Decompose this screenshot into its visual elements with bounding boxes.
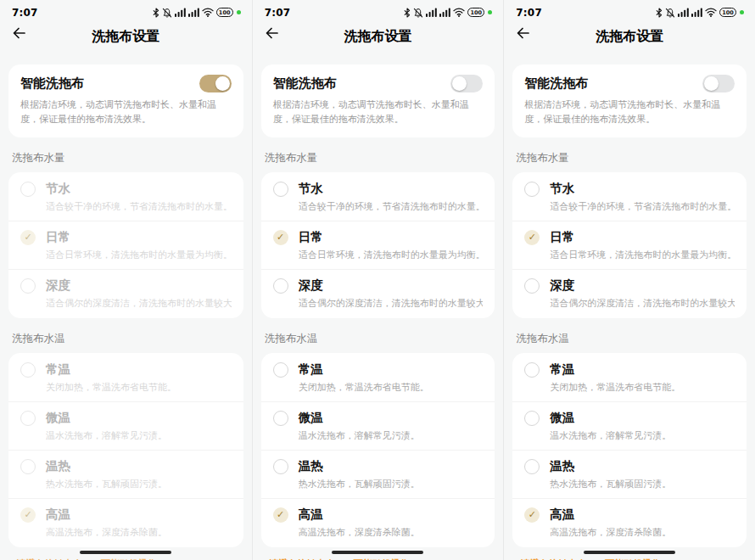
radio-icon[interactable] (524, 182, 540, 197)
back-button[interactable] (11, 25, 28, 45)
battery-icon: 100 (216, 8, 233, 17)
wifi-icon (705, 8, 717, 17)
radio-icon[interactable] (20, 278, 36, 294)
status-bar: 7:07 100 (253, 0, 504, 19)
radio-icon[interactable] (20, 411, 36, 426)
option-description: 适合较干净的环境，节省清洗拖布时的水量。 (46, 200, 232, 213)
option-high-temp[interactable]: ✓高温 高温洗拖布，深度清杀除菌。 (512, 498, 747, 546)
radio-icon[interactable] (524, 362, 540, 378)
option-daily[interactable]: ✓日常 适合日常环境，清洗拖布时的水量最为均衡。 (512, 221, 747, 269)
smart-mop-toggle[interactable] (199, 75, 232, 92)
option-daily[interactable]: ✓日常 适合日常环境，清洗拖布时的水量最为均衡。 (261, 221, 495, 269)
option-warm[interactable]: 温热 热水洗拖布，瓦解顽固污渍。 (261, 450, 495, 498)
radio-icon[interactable] (273, 411, 288, 426)
bell-muted-icon (162, 8, 172, 18)
radio-icon[interactable] (524, 278, 540, 294)
radio-icon[interactable] (273, 362, 288, 378)
radio-icon[interactable] (273, 182, 288, 197)
option-high-temp[interactable]: ✓高温 高温洗拖布，深度清杀除菌。 (261, 498, 495, 546)
settings-content: 智能洗拖布 根据清洁环境，动态调节洗拖布时长、水量和温度，保证最佳的拖布清洗效果… (504, 64, 755, 560)
option-normal-temp[interactable]: 常温 关闭加热，常温洗布省电节能。 (261, 354, 495, 401)
back-arrow-icon (515, 25, 532, 42)
radio-checked-icon[interactable]: ✓ (20, 507, 36, 523)
clock: 7:07 (516, 7, 542, 19)
option-label: 日常 (550, 229, 574, 245)
option-deep[interactable]: 深度 适合偶尔的深度清洁，清洗拖布时的水量较大。 (261, 269, 495, 317)
smart-mop-toggle[interactable] (450, 75, 483, 92)
option-lukewarm[interactable]: 微温 温水洗拖布，溶解常见污渍。 (8, 401, 243, 450)
option-description: 热水洗拖布，瓦解顽固污渍。 (299, 478, 484, 490)
smart-mop-description: 根据清洁环境，动态调节洗拖布时长、水量和温度，保证最佳的拖布清洗效果。 (524, 98, 735, 126)
radio-checked-icon[interactable]: ✓ (524, 230, 540, 245)
option-label: 温热 (550, 458, 574, 474)
option-description: 适合偶尔的深度清洁，清洗拖布时的水量较大。 (550, 297, 735, 310)
option-normal-temp[interactable]: 常温 关闭加热，常温洗布省电节能。 (8, 354, 243, 401)
radio-checked-icon[interactable]: ✓ (20, 230, 36, 245)
smart-mop-toggle[interactable] (702, 75, 735, 92)
option-description: 高温洗拖布，深度清杀除菌。 (46, 526, 232, 539)
option-deep[interactable]: 深度 适合偶尔的深度清洁，清洗拖布时的水量较大。 (8, 269, 243, 317)
smart-mop-card: 智能洗拖布 根据清洁环境，动态调节洗拖布时长、水量和温度，保证最佳的拖布清洗效果… (261, 64, 495, 137)
option-normal-temp[interactable]: 常温 关闭加热，常温洗布省电节能。 (512, 354, 747, 401)
radio-checked-icon[interactable]: ✓ (273, 507, 288, 523)
option-label: 微温 (550, 410, 574, 426)
radio-checked-icon[interactable]: ✓ (273, 230, 288, 245)
option-label: 常温 (46, 361, 70, 378)
option-warm[interactable]: 温热 热水洗拖布，瓦解顽固污渍。 (512, 450, 747, 498)
option-description: 温水洗拖布，溶解常见污渍。 (46, 429, 232, 442)
option-label: 深度 (299, 277, 323, 294)
bell-muted-icon (413, 8, 423, 18)
option-label: 深度 (46, 277, 70, 294)
nav-bar: 洗拖布设置 (0, 21, 252, 53)
back-button[interactable] (515, 25, 532, 45)
toggle-knob (704, 76, 719, 91)
option-description: 高温洗拖布，深度清杀除菌。 (550, 526, 735, 539)
home-indicator[interactable] (80, 551, 171, 554)
option-water-saving[interactable]: 节水 适合较干净的环境，节省清洗拖布时的水量。 (261, 173, 495, 221)
smart-mop-title: 智能洗拖布 (20, 76, 84, 92)
phone-screen: 7:07 100 洗拖布设置 智能洗拖布 (252, 0, 504, 560)
option-description: 关闭加热，常温洗布省电节能。 (299, 381, 484, 394)
section-header-water-temp: 洗拖布水温 (265, 332, 492, 346)
radio-icon[interactable] (20, 459, 36, 474)
radio-icon[interactable] (273, 278, 288, 294)
option-description: 适合日常环境，清洗拖布时的水量最为均衡。 (299, 249, 484, 261)
radio-icon[interactable] (20, 362, 36, 378)
radio-icon[interactable] (524, 459, 540, 474)
option-warm[interactable]: 温热 热水洗拖布，瓦解顽固污渍。 (8, 450, 243, 498)
option-description: 适合较干净的环境，节省清洗拖布时的水量。 (299, 200, 484, 213)
home-indicator[interactable] (584, 551, 675, 554)
option-deep[interactable]: 深度 适合偶尔的深度清洁，清洗拖布时的水量较大。 (512, 269, 747, 317)
water-amount-card: 节水 适合较干净的环境，节省清洗拖布时的水量。 ✓日常 适合日常环境，清洗拖布时… (512, 172, 747, 318)
back-button[interactable] (264, 25, 281, 45)
option-description: 热水洗拖布，瓦解顽固污渍。 (46, 478, 232, 490)
radio-checked-icon[interactable]: ✓ (524, 507, 540, 523)
wifi-icon (453, 8, 465, 17)
radio-icon[interactable] (20, 182, 36, 197)
nav-bar: 洗拖布设置 (504, 21, 755, 53)
option-label: 节水 (46, 181, 70, 197)
smart-mop-card: 智能洗拖布 根据清洁环境，动态调节洗拖布时长、水量和温度，保证最佳的拖布清洗效果… (8, 64, 243, 137)
option-label: 常温 (299, 361, 323, 378)
option-water-saving[interactable]: 节水 适合较干净的环境，节省清洗拖布时的水量。 (512, 173, 747, 221)
option-lukewarm[interactable]: 微温 温水洗拖布，溶解常见污渍。 (512, 401, 747, 450)
home-indicator[interactable] (332, 551, 423, 554)
clock: 7:07 (12, 7, 38, 19)
option-high-temp[interactable]: ✓高温 高温洗拖布，深度清杀除菌。 (8, 498, 243, 546)
option-label: 常温 (550, 361, 574, 378)
option-water-saving[interactable]: 节水 适合较干净的环境，节省清洗拖布时的水量。 (8, 173, 243, 221)
toggle-knob (452, 76, 467, 91)
section-header-water-temp: 洗拖布水温 (516, 332, 743, 346)
option-lukewarm[interactable]: 微温 温水洗拖布，溶解常见污渍。 (261, 401, 495, 450)
radio-icon[interactable] (524, 411, 540, 426)
signal-bars-icon (188, 8, 199, 17)
option-daily[interactable]: ✓日常 适合日常环境，清洗拖布时的水量最为均衡。 (8, 221, 243, 269)
wifi-icon (202, 8, 214, 17)
signal-bars-icon (691, 8, 702, 17)
option-label: 温热 (299, 458, 323, 474)
radio-icon[interactable] (273, 459, 288, 474)
water-amount-card: 节水 适合较干净的环境，节省清洗拖布时的水量。 ✓日常 适合日常环境，清洗拖布时… (8, 172, 243, 318)
option-label: 高温 (46, 507, 70, 523)
option-description: 温水洗拖布，溶解常见污渍。 (550, 429, 735, 442)
settings-content: 智能洗拖布 根据清洁环境，动态调节洗拖布时长、水量和温度，保证最佳的拖布清洗效果… (253, 64, 504, 560)
